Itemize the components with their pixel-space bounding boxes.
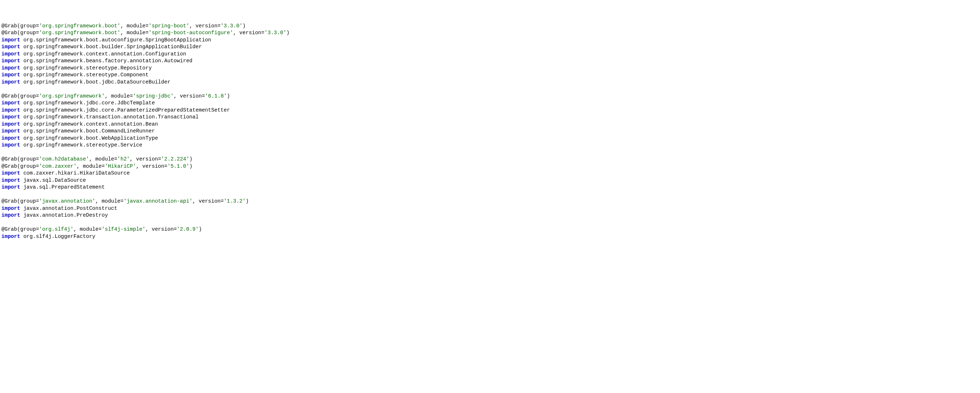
code-token: @Grab <box>2 163 17 169</box>
code-token: org.springframework.stereotype.Repositor… <box>20 65 151 71</box>
code-token: 'com.zaxxer' <box>39 163 76 169</box>
code-token: import <box>2 107 20 113</box>
code-line: @Grab(group='com.zaxxer', module='Hikari… <box>2 163 978 170</box>
code-token: ) <box>189 163 192 169</box>
code-token: '5.1.0' <box>167 163 189 169</box>
code-token: , version= <box>145 226 177 232</box>
code-token: , module= <box>76 163 105 169</box>
code-line: import org.springframework.context.annot… <box>2 121 978 128</box>
code-token: , version= <box>174 93 205 99</box>
code-token: org.springframework.transaction.annotati… <box>20 114 199 120</box>
code-line: @Grab(group='javax.annotation', module='… <box>2 198 978 205</box>
code-line: import java.sql.PreparedStatement <box>2 184 978 191</box>
code-token: 'spring-jdbc' <box>133 93 174 99</box>
code-token: 'HikariCP' <box>105 163 136 169</box>
code-token: @Grab <box>2 156 17 162</box>
code-token: '6.1.8' <box>205 93 227 99</box>
code-token: @Grab <box>2 226 17 232</box>
code-token: 'org.springframework' <box>39 93 105 99</box>
code-token: org.slf4j.LoggerFactory <box>20 234 95 239</box>
code-token: , module= <box>73 226 102 232</box>
code-line <box>2 149 978 156</box>
code-token: @Grab <box>2 198 17 204</box>
code-line: import org.springframework.context.annot… <box>2 51 978 58</box>
code-token: (group= <box>17 23 39 29</box>
code-line: import org.springframework.boot.WebAppli… <box>2 135 978 142</box>
code-token: @Grab <box>2 23 17 29</box>
code-token: import <box>2 65 20 71</box>
code-token: '3.3.0' <box>221 23 242 29</box>
code-token: import <box>2 205 20 211</box>
code-token: (group= <box>17 163 39 169</box>
code-token: import <box>2 128 20 134</box>
code-token: '2.2.224' <box>161 156 189 162</box>
code-line: import org.springframework.boot.jdbc.Dat… <box>2 79 978 86</box>
code-token: '3.3.0' <box>264 30 286 36</box>
code-token: (group= <box>17 156 39 162</box>
code-token: import <box>2 212 20 218</box>
code-token: javax.annotation.PreDestroy <box>20 212 108 218</box>
code-line: import org.springframework.stereotype.Co… <box>2 72 978 79</box>
code-token: 'spring-boot' <box>149 23 189 29</box>
code-token: (group= <box>17 226 39 232</box>
code-token: org.springframework.boot.builder.SpringA… <box>20 44 202 50</box>
code-line: import org.springframework.boot.builder.… <box>2 43 978 51</box>
code-token: import <box>2 44 20 50</box>
code-line: import org.springframework.stereotype.Re… <box>2 65 978 72</box>
code-token: @Grab <box>2 30 17 36</box>
code-token: org.springframework.boot.jdbc.DataSource… <box>20 79 170 85</box>
code-token: com.zaxxer.hikari.HikariDataSource <box>20 170 130 176</box>
code-token: org.springframework.context.annotation.C… <box>20 51 186 57</box>
code-block: @Grab(group='org.springframework.boot', … <box>2 23 978 240</box>
code-token: 'javax.annotation-api' <box>123 198 192 204</box>
code-line <box>2 86 978 93</box>
code-token: import <box>2 121 20 127</box>
code-line: import javax.sql.DataSource <box>2 177 978 184</box>
code-token: org.springframework.boot.CommandLineRunn… <box>20 128 155 134</box>
code-token: 'h2' <box>117 156 130 162</box>
code-line: import org.springframework.beans.factory… <box>2 57 978 65</box>
code-token: ) <box>246 198 249 204</box>
code-line: @Grab(group='org.springframework.boot', … <box>2 30 978 37</box>
code-token: 'spring-boot-autoconfigure' <box>149 30 233 36</box>
code-line: import org.slf4j.LoggerFactory <box>2 233 978 240</box>
code-token: (group= <box>17 198 39 204</box>
code-token: import <box>2 100 20 106</box>
code-token: , module= <box>121 23 149 29</box>
code-token: , version= <box>192 198 224 204</box>
code-token: import <box>2 114 20 120</box>
code-token: ) <box>286 30 290 36</box>
code-token: , version= <box>189 23 221 29</box>
code-token: ) <box>242 23 246 29</box>
code-line: @Grab(group='org.springframework', modul… <box>2 93 978 100</box>
code-token: ) <box>227 93 230 99</box>
code-token: , module= <box>121 30 149 36</box>
code-token: org.springframework.stereotype.Component <box>20 72 149 78</box>
code-token: 'org.slf4j' <box>39 226 73 232</box>
code-token: (group= <box>17 30 39 36</box>
code-token: org.springframework.context.annotation.B… <box>20 121 158 127</box>
code-token: import <box>2 170 20 176</box>
code-token: 'com.h2database' <box>39 156 89 162</box>
code-token: , module= <box>89 156 117 162</box>
code-token: org.springframework.stereotype.Service <box>20 142 142 148</box>
code-token: ) <box>199 226 202 232</box>
code-token: org.springframework.boot.WebApplicationT… <box>20 135 158 141</box>
code-token: , version= <box>130 156 161 162</box>
code-token: (group= <box>17 93 39 99</box>
code-token: org.springframework.jdbc.core.JdbcTempla… <box>20 100 155 106</box>
code-token: import <box>2 177 20 183</box>
code-token: org.springframework.beans.factory.annota… <box>20 58 192 64</box>
code-line: import org.springframework.jdbc.core.Jdb… <box>2 100 978 107</box>
code-token: import <box>2 234 20 239</box>
code-token: '2.0.9' <box>177 226 199 232</box>
code-token: , version= <box>233 30 264 36</box>
code-token: import <box>2 51 20 57</box>
code-token: , module= <box>105 93 133 99</box>
code-token: import <box>2 72 20 78</box>
code-token: 'org.springframework.boot' <box>39 23 120 29</box>
code-token: org.springframework.jdbc.core.Parameteri… <box>20 107 230 113</box>
code-line: import org.springframework.boot.CommandL… <box>2 128 978 135</box>
code-line: import javax.annotation.PostConstruct <box>2 205 978 212</box>
code-line: import com.zaxxer.hikari.HikariDataSourc… <box>2 170 978 177</box>
